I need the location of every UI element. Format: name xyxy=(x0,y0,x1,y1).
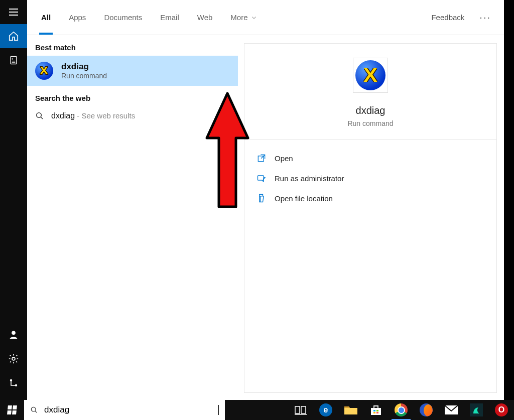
web-result-text: dxdiag - See web results xyxy=(51,111,135,120)
tab-email[interactable]: Email xyxy=(151,1,188,35)
sidebar-settings-button[interactable] xyxy=(0,347,27,371)
tab-apps[interactable]: Apps xyxy=(60,1,95,35)
dxdiag-icon: X xyxy=(355,60,386,90)
folder-location-icon xyxy=(256,193,267,203)
mail-icon xyxy=(444,405,458,415)
svg-rect-11 xyxy=(301,406,306,413)
search-web-header: Search the web xyxy=(27,86,238,106)
action-open-location-label: Open file location xyxy=(275,194,333,203)
search-results-panel: All Apps Documents Email Web More Feedba… xyxy=(27,0,504,400)
gear-icon xyxy=(8,353,19,364)
tab-web[interactable]: Web xyxy=(188,1,222,35)
results-column: Best match X dxdiag Run command Search t… xyxy=(27,35,238,400)
svg-rect-10 xyxy=(295,406,300,413)
share-icon xyxy=(9,378,19,388)
folder-icon xyxy=(344,404,358,415)
action-run-admin-label: Run as administrator xyxy=(275,174,344,183)
home-icon xyxy=(8,31,19,42)
dxdiag-icon: X xyxy=(35,62,53,80)
search-icon xyxy=(30,405,38,414)
taskbar-store[interactable] xyxy=(363,400,389,420)
opera-icon: O xyxy=(495,403,508,416)
more-options-button[interactable]: ··· xyxy=(471,12,499,23)
chrome-icon xyxy=(395,403,408,416)
tab-more[interactable]: More xyxy=(221,1,266,35)
detail-pane: X dxdiag Run command Open Run as adminis… xyxy=(244,43,497,393)
taskbar-chrome[interactable] xyxy=(389,400,414,420)
taskbar-file-explorer[interactable] xyxy=(338,400,363,420)
action-open[interactable]: Open xyxy=(244,148,496,168)
windows-logo-icon xyxy=(7,405,17,414)
open-icon xyxy=(256,153,267,163)
taskbar-search-input[interactable] xyxy=(44,405,212,415)
admin-shield-icon xyxy=(256,173,267,183)
taskbar-search-box[interactable] xyxy=(24,400,225,420)
filmora-icon xyxy=(470,403,483,416)
task-view-icon xyxy=(295,405,307,415)
edge-icon: e xyxy=(319,403,332,416)
sidebar-account-button[interactable] xyxy=(0,323,27,347)
best-match-item[interactable]: X dxdiag Run command xyxy=(27,56,238,86)
sidebar-documents-button[interactable] xyxy=(0,48,27,72)
tab-all[interactable]: All xyxy=(32,1,60,35)
action-open-label: Open xyxy=(275,154,293,163)
detail-icon-frame: X xyxy=(353,58,388,93)
feedback-link[interactable]: Feedback xyxy=(424,13,471,22)
svg-rect-8 xyxy=(258,176,264,180)
taskbar-filmora[interactable] xyxy=(464,400,489,420)
best-match-title: dxdiag xyxy=(61,62,107,72)
sidebar-share-button[interactable] xyxy=(0,371,27,395)
svg-rect-15 xyxy=(376,412,378,413)
svg-point-2 xyxy=(12,331,16,335)
taskbar-firefox[interactable] xyxy=(414,400,439,420)
taskbar-edge[interactable]: e xyxy=(313,400,338,420)
user-icon xyxy=(8,329,19,340)
detail-title: dxdiag xyxy=(356,105,386,116)
svg-rect-13 xyxy=(376,410,378,411)
taskbar-mail[interactable] xyxy=(439,400,464,420)
task-view-button[interactable] xyxy=(288,400,313,420)
svg-rect-0 xyxy=(11,57,17,64)
best-match-subtitle: Run command xyxy=(61,72,107,80)
svg-rect-14 xyxy=(373,412,375,413)
chevron-right-icon xyxy=(222,112,230,120)
search-tabs: All Apps Documents Email Web More Feedba… xyxy=(27,0,504,35)
detail-subtitle: Run command xyxy=(347,119,393,127)
search-icon xyxy=(35,111,44,120)
svg-point-9 xyxy=(31,407,36,411)
taskbar-opera[interactable]: O xyxy=(489,400,514,420)
tab-more-label: More xyxy=(230,13,247,22)
text-caret xyxy=(218,405,219,415)
svg-rect-12 xyxy=(373,410,375,411)
action-run-admin[interactable]: Run as administrator xyxy=(244,168,496,188)
document-icon xyxy=(9,55,19,65)
svg-point-1 xyxy=(12,58,13,59)
chevron-down-icon xyxy=(251,15,257,21)
action-open-location[interactable]: Open file location xyxy=(244,188,496,208)
taskbar: e O xyxy=(0,400,514,420)
start-button[interactable] xyxy=(0,400,24,420)
hamburger-menu-button[interactable] xyxy=(0,0,27,24)
svg-point-6 xyxy=(37,113,42,118)
svg-point-3 xyxy=(12,357,15,360)
best-match-header: Best match xyxy=(27,35,238,56)
firefox-icon xyxy=(420,403,433,416)
tab-documents[interactable]: Documents xyxy=(95,1,151,35)
store-icon xyxy=(369,404,382,416)
web-result-item[interactable]: dxdiag - See web results xyxy=(27,106,238,125)
start-left-rail xyxy=(0,0,27,400)
sidebar-home-button[interactable] xyxy=(0,24,27,48)
